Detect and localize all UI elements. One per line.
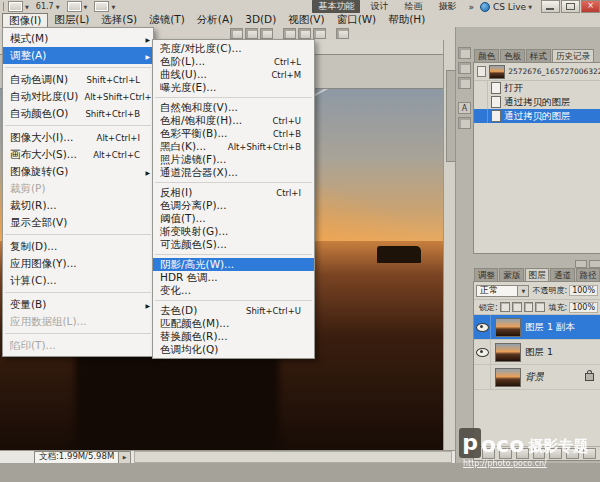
menu-item[interactable]: 自动色调(N) Shift+Ctrl+L ▶ [3,71,153,88]
clone-source-panel-icon[interactable] [458,77,471,89]
layer-thumbnail[interactable] [495,368,521,387]
workspace-button[interactable]: 设计 [364,0,394,14]
menu-item[interactable]: 渐变映射(G)... ▶ [153,225,314,238]
menu-item[interactable]: 色彩平衡(B)... Ctrl+B ▶ [153,127,314,140]
menu-item[interactable]: 色调均化(Q) ▶ [153,343,314,356]
menubar-item[interactable]: 选择(S) [95,13,143,27]
menu-item[interactable]: 变量(B) ▶ [3,296,153,313]
arrange-documents-button[interactable]: ▼ [67,1,88,12]
layer-row[interactable]: 图层 1 [474,340,600,365]
menu-item[interactable]: HDR 色调... ▶ [153,271,314,284]
menubar-item[interactable]: 图像(I) [2,13,48,27]
layer-row[interactable]: 图层 1 副本 [474,315,600,340]
actions-panel-icon[interactable] [458,62,471,74]
menu-item[interactable]: 反相(I) Ctrl+I ▶ [153,186,314,199]
menu-item[interactable]: 自动颜色(O) Shift+Ctrl+B ▶ [3,105,153,122]
history-brush-gutter[interactable] [474,95,488,109]
workspace-button[interactable]: 基本功能 [312,0,360,14]
workspace-button[interactable]: 摄影 [432,0,462,14]
opacity-value[interactable]: 100% [569,285,598,296]
menu-item[interactable]: 阈值(T)... ▶ [153,212,314,225]
paragraph-panel-icon[interactable] [458,117,471,129]
info-panel-icon[interactable] [458,47,471,59]
menu-item[interactable]: 应用图像(Y)... ▶ [3,255,153,272]
layer-row[interactable]: 背景 [474,365,600,390]
collapse-panel-icon[interactable] [575,260,587,268]
menu-item[interactable]: 通道混合器(X)... ▶ [153,166,314,179]
lock-transparency-icon[interactable] [500,302,510,312]
history-snapshot-row[interactable]: 2572676_165727006322_2.jpg [474,63,600,81]
horizontal-scrollbar[interactable] [134,451,452,463]
menu-item[interactable]: 图像旋转(G) ▶ [3,163,153,180]
menu-item[interactable]: 显示全部(V) ▶ [3,214,153,231]
menu-item[interactable]: 模式(M) ▶ [3,30,153,47]
menu-item[interactable]: 复制(D)... ▶ [3,238,153,255]
menu-item[interactable]: 亮度/对比度(C)... ▶ [153,42,314,55]
blend-mode-select[interactable]: 正常 ▼ [476,285,529,297]
menu-item[interactable]: 可选颜色(S)... ▶ [153,238,314,251]
menu-item[interactable]: 黑白(K)... Alt+Shift+Ctrl+B ▶ [153,140,314,153]
menu-item[interactable]: 调整(A) ▶ [3,47,153,64]
menu-item[interactable]: 曲线(U)... Ctrl+M ▶ [153,68,314,81]
menu-item[interactable]: 自动对比度(U) Alt+Shift+Ctrl+L ▶ [3,88,153,105]
menu-item[interactable]: 曝光度(E)... ▶ [153,81,314,94]
align-bottom-edges-icon[interactable] [260,28,273,39]
menu-item[interactable]: 色阶(L)... Ctrl+L ▶ [153,55,314,68]
panel-tab[interactable]: 颜色 [474,49,499,62]
lock-image-icon[interactable] [512,302,522,312]
menu-item[interactable]: 色相/饱和度(H)... Ctrl+U ▶ [153,114,314,127]
menu-item[interactable]: 阴影/高光(W)... ▶ [153,258,314,271]
menu-item[interactable]: 变化... ▶ [153,284,314,297]
menu-item[interactable]: 去色(D) Shift+Ctrl+U ▶ [153,304,314,317]
cs-live-button[interactable]: CS Live ▼ [480,2,532,12]
menubar-item[interactable]: 图层(L) [48,13,95,27]
menubar-item[interactable]: 帮助(H) [382,13,431,27]
lock-all-icon[interactable] [535,302,545,312]
align-vertical-centers-icon[interactable] [245,28,258,39]
fill-value[interactable]: 100% [569,302,598,313]
align-left-edges-icon[interactable] [283,28,296,39]
panel-tab[interactable]: 通道 [550,268,574,281]
history-entry[interactable]: 通过拷贝的图层 [474,95,600,109]
menu-item[interactable]: 裁切(R)... ▶ [3,197,153,214]
distribute-icon[interactable] [336,28,349,39]
zoom-level-button[interactable]: 61.7 ▼ [36,2,60,11]
menu-item[interactable]: 图像大小(I)... Alt+Ctrl+I ▶ [3,129,153,146]
menubar-item[interactable]: 视图(V) [282,13,330,27]
menubar-item[interactable]: 窗口(W) [331,13,383,27]
panel-tab[interactable]: 路径 [576,268,600,281]
menubar-item[interactable]: 分析(A) [191,13,239,27]
layer-thumbnail[interactable] [495,318,521,337]
menu-item[interactable]: 计算(C)... ▶ [3,272,153,289]
layer-visibility-toggle[interactable] [474,340,491,364]
minimize-button[interactable] [541,0,560,13]
panel-tab[interactable]: 样式 [526,49,551,62]
layer-thumbnail[interactable] [495,343,521,362]
restore-button[interactable] [561,0,580,13]
menubar-item[interactable]: 滤镜(T) [143,13,191,27]
align-top-edges-icon[interactable] [230,28,243,39]
menu-item[interactable]: 色调分离(P)... ▶ [153,199,314,212]
workspace-overflow-button[interactable]: » [468,2,474,12]
align-horizontal-centers-icon[interactable] [298,28,311,39]
menu-item[interactable]: 画布大小(S)... Alt+Ctrl+C ▶ [3,146,153,163]
menu-item[interactable]: 替换颜色(R)... ▶ [153,330,314,343]
menu-item[interactable]: 照片滤镜(F)... ▶ [153,153,314,166]
view-extras-button[interactable]: ▼ [8,1,29,12]
character-panel-icon[interactable]: A [458,102,471,114]
workspace-button[interactable]: 绘画 [398,0,428,14]
close-button[interactable]: × [581,0,600,13]
history-brush-gutter[interactable] [474,109,488,123]
lock-position-icon[interactable] [524,302,534,312]
history-brush-gutter[interactable] [474,81,488,95]
panel-tab[interactable]: 蒙版 [499,268,523,281]
menu-item[interactable]: 应用数据组(L)... ▶ [3,313,153,330]
panel-tab[interactable]: 调整 [474,268,498,281]
layer-visibility-toggle[interactable] [474,315,491,339]
history-entry[interactable]: 打开 [474,81,600,95]
menu-item[interactable]: 自然饱和度(V)... ▶ [153,101,314,114]
menu-item[interactable]: 匹配颜色(M)... ▶ [153,317,314,330]
menu-item[interactable]: 陷印(T)... ▶ [3,337,153,354]
panel-tab[interactable]: 图层 [525,268,549,281]
align-right-edges-icon[interactable] [313,28,326,39]
